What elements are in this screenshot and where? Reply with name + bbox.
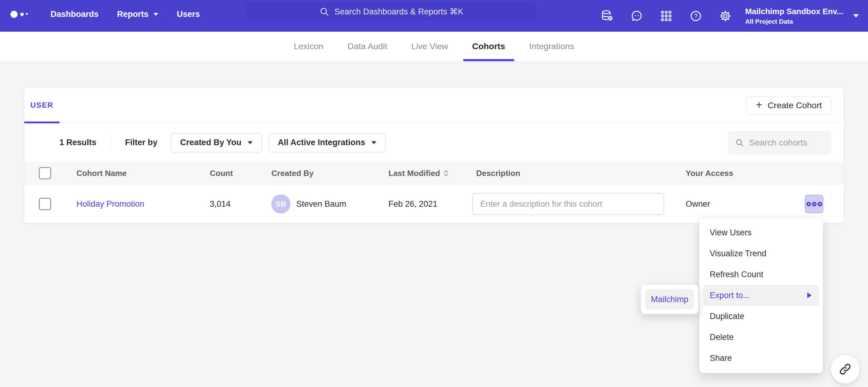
search-icon bbox=[735, 137, 744, 148]
cohorts-page: Dashboards Reports Users Search Dashboar… bbox=[0, 0, 868, 387]
menu-item-label: Delete bbox=[710, 332, 734, 342]
tab-lexicon[interactable]: Lexicon bbox=[282, 32, 336, 61]
cohort-description-input[interactable] bbox=[472, 193, 664, 215]
mixpanel-logo-icon[interactable] bbox=[10, 11, 28, 18]
nav-label: Dashboards bbox=[51, 9, 99, 19]
user-tab-label: USER bbox=[30, 101, 54, 109]
project-scope: All Project Data bbox=[745, 18, 843, 25]
plus-icon: + bbox=[756, 99, 762, 110]
column-header-description: Description bbox=[472, 169, 686, 178]
select-all-checkbox[interactable] bbox=[39, 167, 51, 179]
last-modified-date: Feb 26, 2021 bbox=[389, 199, 472, 209]
row-checkbox[interactable] bbox=[39, 198, 51, 210]
menu-item-label: Duplicate bbox=[710, 312, 744, 321]
filter-value: All Active Integrations bbox=[278, 138, 365, 147]
avatar: SB bbox=[271, 195, 290, 213]
submenu-item-label: Mailchimp bbox=[651, 295, 688, 304]
menu-item-delete[interactable]: Delete bbox=[703, 327, 819, 348]
export-submenu: Mailchimp bbox=[641, 285, 699, 314]
global-search-bar[interactable]: Search Dashboards & Reports ⌘K bbox=[246, 2, 536, 21]
cohort-count: 3,014 bbox=[210, 199, 271, 209]
row-actions-menu-button[interactable] bbox=[805, 195, 823, 213]
cohort-name-link[interactable]: Holiday Promotion bbox=[76, 199, 145, 209]
create-cohort-label: Create Cohort bbox=[768, 101, 822, 110]
topbar-right-cluster: ? Mailchimp Sandbox Env... All Project D… bbox=[584, 0, 859, 32]
tab-data-audit[interactable]: Data Audit bbox=[335, 32, 399, 61]
menu-item-label: Visualize Trend bbox=[710, 249, 766, 258]
nav-item-reports[interactable]: Reports bbox=[108, 9, 167, 19]
menu-item-duplicate[interactable]: Duplicate bbox=[703, 306, 819, 327]
column-header-count: Count bbox=[210, 169, 271, 178]
apps-grid-icon[interactable] bbox=[659, 9, 673, 23]
settings-gear-icon[interactable] bbox=[719, 9, 732, 23]
project-switcher[interactable]: Mailchimp Sandbox Env... All Project Dat… bbox=[745, 7, 859, 25]
chevron-down-icon bbox=[153, 13, 158, 16]
nav-label: Users bbox=[177, 9, 200, 19]
chevron-down-icon bbox=[853, 14, 859, 17]
menu-item-label: Export to... bbox=[710, 291, 750, 300]
menu-item-visualize-trend[interactable]: Visualize Trend bbox=[703, 243, 819, 264]
submenu-arrow-icon bbox=[807, 292, 812, 298]
help-icon[interactable]: ? bbox=[689, 9, 703, 23]
column-header-last-modified[interactable]: Last Modified bbox=[389, 169, 472, 178]
data-section-tabs: Lexicon Data Audit Live View Cohorts Int… bbox=[0, 32, 868, 62]
menu-item-view-users[interactable]: View Users bbox=[703, 222, 819, 243]
menu-item-label: Share bbox=[710, 353, 732, 363]
tab-cohorts[interactable]: Cohorts bbox=[460, 32, 517, 61]
column-header-created-by: Created By bbox=[271, 169, 389, 178]
cohort-search-input[interactable] bbox=[749, 138, 825, 148]
integrations-filter-dropdown[interactable]: All Active Integrations bbox=[269, 133, 385, 152]
results-count: 1 Results bbox=[59, 138, 96, 147]
table-header-row: Cohort Name Count Created By Last Modifi… bbox=[24, 162, 844, 184]
sort-icon bbox=[443, 170, 449, 177]
filter-value: Created By You bbox=[180, 138, 242, 147]
cohort-search-box bbox=[728, 131, 831, 154]
tab-live-view[interactable]: Live View bbox=[399, 32, 460, 61]
dot-icon bbox=[812, 202, 816, 206]
data-management-icon[interactable] bbox=[600, 9, 614, 23]
menu-item-label: Refresh Count bbox=[710, 270, 763, 279]
filter-toolbar: 1 Results Filter by Created By You All A… bbox=[24, 123, 844, 162]
top-navigation-bar: Dashboards Reports Users Search Dashboar… bbox=[0, 0, 868, 32]
created-by-name: Steven Baum bbox=[296, 199, 346, 209]
project-name: Mailchimp Sandbox Env... bbox=[745, 7, 843, 16]
primary-nav: Dashboards Reports Users bbox=[41, 9, 209, 19]
access-level: Owner bbox=[686, 199, 801, 209]
divider bbox=[111, 136, 111, 150]
copy-link-floating-button[interactable] bbox=[831, 355, 860, 384]
create-cohort-button[interactable]: + Create Cohort bbox=[746, 96, 831, 115]
menu-item-share[interactable]: Share bbox=[703, 348, 819, 368]
submenu-item-mailchimp[interactable]: Mailchimp bbox=[645, 289, 694, 310]
global-search-label: Search Dashboards & Reports ⌘K bbox=[335, 7, 464, 16]
feedback-icon[interactable] bbox=[630, 9, 644, 23]
logo-dot bbox=[26, 13, 28, 15]
tab-label: Lexicon bbox=[294, 41, 324, 51]
filter-by-label: Filter by bbox=[125, 138, 157, 147]
tab-user-cohorts[interactable]: USER bbox=[24, 87, 59, 123]
chevron-down-icon bbox=[248, 141, 253, 144]
menu-item-export-to[interactable]: Export to... bbox=[703, 285, 819, 306]
nav-label: Reports bbox=[117, 9, 149, 19]
column-header-label: Last Modified bbox=[389, 169, 440, 178]
column-header-your-access: Your Access bbox=[686, 169, 801, 178]
logo-dot bbox=[10, 11, 18, 18]
menu-item-label: View Users bbox=[710, 228, 751, 238]
menu-item-refresh-count[interactable]: Refresh Count bbox=[703, 264, 819, 285]
tab-integrations[interactable]: Integrations bbox=[517, 32, 586, 61]
nav-item-users[interactable]: Users bbox=[167, 9, 209, 19]
logo-dot bbox=[20, 12, 24, 16]
dot-icon bbox=[806, 202, 811, 206]
svg-text:?: ? bbox=[694, 12, 698, 20]
row-actions-context-menu: View Users Visualize Trend Refresh Count… bbox=[699, 217, 823, 373]
tab-label: Data Audit bbox=[347, 41, 387, 51]
search-icon bbox=[319, 6, 330, 17]
dot-icon bbox=[817, 202, 822, 206]
tab-label: Live View bbox=[411, 41, 448, 51]
panel-header: USER + Create Cohort bbox=[24, 87, 844, 123]
tab-label: Integrations bbox=[529, 41, 574, 51]
cohorts-panel: USER + Create Cohort 1 Results Filter by… bbox=[24, 87, 844, 223]
project-meta: Mailchimp Sandbox Env... All Project Dat… bbox=[745, 7, 843, 25]
created-by-filter-dropdown[interactable]: Created By You bbox=[171, 133, 262, 152]
nav-item-dashboards[interactable]: Dashboards bbox=[41, 9, 108, 19]
link-icon bbox=[839, 363, 852, 376]
